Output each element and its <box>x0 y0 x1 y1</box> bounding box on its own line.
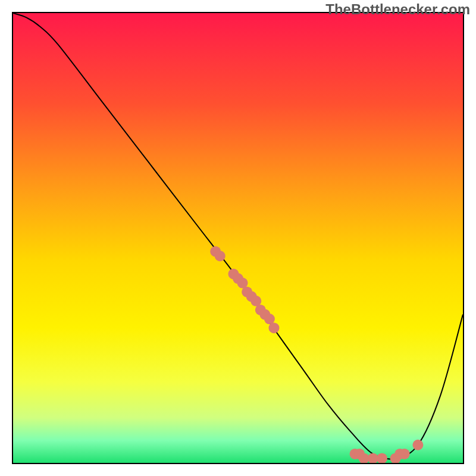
plot-area <box>12 12 464 464</box>
data-point <box>215 250 226 261</box>
bottleneck-curve <box>13 13 463 459</box>
dots-group <box>210 246 423 463</box>
data-point <box>412 440 423 450</box>
data-point <box>268 322 279 333</box>
data-point <box>399 449 410 459</box>
watermark-text: TheBottlenecker.com <box>325 1 470 18</box>
data-point <box>377 453 387 463</box>
curve-layer <box>13 13 463 463</box>
chart-container: TheBottlenecker.com <box>0 0 476 476</box>
